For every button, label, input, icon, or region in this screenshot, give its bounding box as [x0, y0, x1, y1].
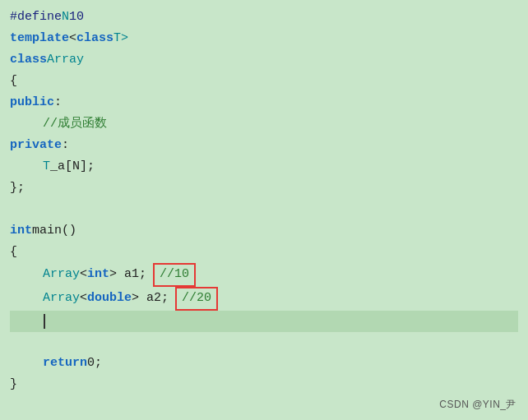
code-token: template: [10, 29, 69, 49]
code-token: <: [80, 265, 87, 285]
code-token: public: [10, 93, 54, 113]
code-token: > a1;: [109, 265, 146, 285]
code-token: class: [10, 50, 47, 71]
code-line-open-brace1: {: [10, 71, 518, 92]
code-token: main(): [32, 221, 76, 242]
code-token: #define: [10, 7, 62, 28]
code-token: {: [10, 242, 17, 263]
code-token: return: [43, 353, 87, 374]
code-line-blank1: [10, 199, 518, 220]
code-line-array-double: Array<double> a2;//20: [10, 287, 518, 311]
boxed-comment: //20: [175, 287, 218, 311]
boxed-comment: //10: [153, 263, 196, 287]
code-line-blank2: [10, 332, 518, 353]
code-token: :: [62, 136, 69, 156]
code-token: class: [76, 29, 113, 49]
code-line-comment-member: //成员函数: [10, 113, 518, 135]
code-token: Array: [43, 288, 80, 309]
code-editor: #define N 10template<class T>class Array…: [0, 0, 528, 403]
code-line-close-brace2: }: [10, 375, 518, 396]
code-line-member-var: T _a[N];: [10, 156, 518, 178]
code-line-return: return 0;: [10, 353, 518, 375]
code-line-array-int: Array<int> a1;//10: [10, 263, 518, 287]
code-line-close-brace1: };: [10, 178, 518, 199]
code-token: <: [80, 288, 87, 309]
text-cursor: [44, 314, 45, 329]
code-token: Array: [47, 50, 84, 71]
code-line-private: private:: [10, 135, 518, 156]
code-token: {: [10, 72, 17, 92]
code-line-template: template<class T>: [10, 28, 518, 49]
code-token: int: [10, 221, 32, 242]
code-token: double: [87, 288, 132, 309]
code-token: _a[N];: [50, 157, 95, 178]
code-token: N: [62, 7, 69, 28]
code-token: > a2;: [132, 288, 169, 309]
code-token: T>: [113, 29, 128, 49]
code-line-open-brace2: {: [10, 242, 518, 263]
code-token: int: [87, 265, 109, 285]
code-token: Array: [43, 265, 80, 285]
code-token: }: [10, 375, 17, 395]
code-token: <: [69, 29, 76, 49]
code-token: T: [43, 157, 50, 178]
code-line-cursor-line: [10, 311, 518, 332]
code-line-int-main: int main(): [10, 220, 518, 242]
code-token: :: [54, 93, 62, 113]
code-token: 10: [69, 7, 84, 28]
code-line-public: public:: [10, 92, 518, 113]
code-line-class-decl: class Array: [10, 49, 518, 71]
code-token: //成员函数: [43, 114, 107, 135]
code-line-define: #define N 10: [10, 7, 518, 28]
code-token: };: [10, 178, 25, 199]
code-token: 0;: [87, 353, 102, 374]
code-token: private: [10, 136, 62, 156]
watermark: CSDN @YIN_尹: [439, 398, 516, 412]
